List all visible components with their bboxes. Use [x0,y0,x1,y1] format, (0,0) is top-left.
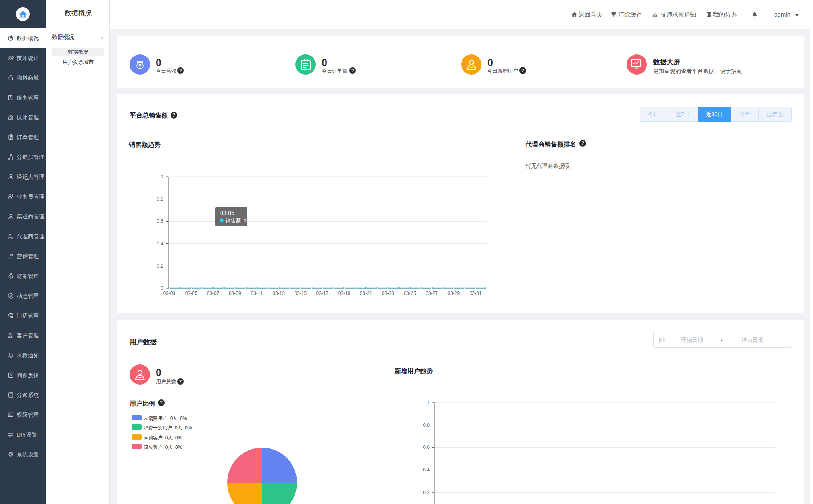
svg-text:03-23: 03-23 [382,291,394,296]
svg-text:03-09: 03-09 [229,291,241,296]
svg-text:03-25: 03-25 [404,291,416,296]
svg-text:03-05: 03-05 [185,291,197,296]
svg-text:0.2: 0.2 [157,263,163,269]
svg-text:0.4: 0.4 [423,467,430,473]
svg-text:0: 0 [161,286,163,291]
svg-text:03-21: 03-21 [360,291,372,296]
svg-text:1: 1 [427,400,430,405]
svg-text:03-13: 03-13 [272,291,285,296]
svg-text:0.4: 0.4 [157,241,163,247]
svg-text:0.6: 0.6 [423,445,430,450]
svg-text:03-27: 03-27 [426,291,438,296]
svg-text:03-11: 03-11 [251,291,263,296]
svg-text:0.8: 0.8 [157,196,163,202]
svg-text:03-07: 03-07 [207,291,219,296]
svg-text:03-29: 03-29 [448,291,460,296]
svg-text:0.8: 0.8 [423,422,430,428]
svg-text:0.2: 0.2 [423,490,430,495]
svg-text:0.6: 0.6 [157,218,163,224]
svg-text:1: 1 [161,174,163,180]
svg-text:03-17: 03-17 [316,291,329,296]
svg-text:03-19: 03-19 [338,291,351,296]
svg-text:03-03: 03-03 [163,291,175,296]
svg-text:03-15: 03-15 [294,291,307,296]
svg-text:03-31: 03-31 [470,291,482,296]
